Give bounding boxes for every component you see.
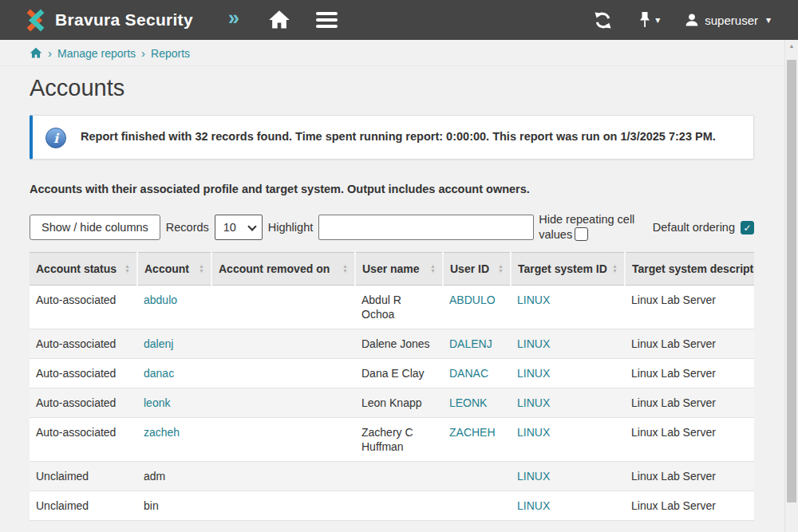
cell-target-system-description: Linux Lab Server [625,491,754,521]
cell-account-removed-on [211,418,355,462]
account-link[interactable]: leonk [144,396,170,409]
refresh-icon[interactable] [594,11,612,30]
breadcrumb: › Manage reports › Reports [0,40,798,66]
hide-repeating-checkbox[interactable] [575,227,588,241]
cell-user-id [443,491,511,521]
table-row: Auto-associatedzachehZachery C HuffmanZA… [30,418,754,462]
cell-account: danac [137,359,211,388]
cell-user-name: Abdul R Ochoa [355,286,443,329]
default-ordering-label: Default ordering [653,221,735,234]
account-link[interactable]: abdulo [144,294,177,306]
column-label: Target system ID [518,262,607,275]
scrollbar-thumb[interactable] [787,60,796,502]
user-id-link[interactable]: LEONK [449,396,487,409]
cell-account: bin [137,491,211,521]
sort-icon: ▲▼ [612,264,618,274]
pushpin-icon [638,11,652,29]
highlight-input[interactable] [318,215,534,240]
column-header-user-name[interactable]: User name▲▼ [355,253,443,286]
cell-user-id: ZACHEH [443,418,511,462]
breadcrumb-reports[interactable]: Reports [151,47,190,60]
cell-account-removed-on [211,388,355,418]
double-chevron-right-icon[interactable]: » [228,8,239,32]
user-id-link[interactable]: DANAC [449,367,488,380]
account-link[interactable]: danac [144,367,174,380]
menu-icon[interactable] [316,12,338,28]
target-system-id-link[interactable]: LINUX [517,499,550,512]
records-label: Records [166,221,209,234]
cell-target-system-id: LINUX [511,388,625,418]
chevron-down-icon: ▾ [655,14,660,26]
target-system-id-link[interactable]: LINUX [517,396,550,409]
cell-target-system-description: Linux Lab Server [625,388,754,418]
column-header-account-removed-on[interactable]: Account removed on▲▼ [211,253,355,286]
cell-account-removed-on [211,462,355,491]
pin-menu[interactable]: ▾ [638,11,660,29]
chevron-down-icon: ▾ [766,14,771,26]
table-row: UnclaimedadmLINUXLinux Lab Server [30,462,754,491]
default-ordering-checkbox[interactable]: ✓ [741,221,754,234]
cell-target-system-description: Linux Lab Server [625,418,754,462]
column-label: Account removed on [219,262,330,275]
cell-account: adm [137,462,211,491]
breadcrumb-manage-reports[interactable]: Manage reports [57,47,136,60]
top-navbar: Bravura Security » ▾ superuser [0,0,798,40]
cell-account-removed-on [211,491,355,521]
user-id-link[interactable]: DALENJ [449,337,492,350]
breadcrumb-home-icon[interactable] [30,47,42,59]
scroll-up-arrow[interactable]: ▲ [785,40,798,52]
column-label: Target system description [632,262,754,275]
sort-icon: ▲▼ [199,264,204,274]
column-header-user-id[interactable]: User ID▲▼ [443,253,511,286]
cell-account-removed-on [211,359,355,388]
target-system-id-link[interactable]: LINUX [517,294,550,306]
breadcrumb-separator: › [48,46,52,60]
user-id-link[interactable]: ABDULO [449,294,496,306]
table-row: Auto-associatedleonkLeon KnappLEONKLINUX… [30,388,754,418]
column-header-target-system-description[interactable]: Target system description▲▼ [625,253,754,286]
report-description: Accounts with their associated profile a… [30,183,754,195]
brand-name: Bravura Security [55,10,193,30]
table-controls: Show / hide columns Records 10 Highlight… [30,212,754,242]
records-per-page-select[interactable]: 10 [215,215,263,240]
column-header-account-status[interactable]: Account status▲▼ [30,253,137,286]
cell-account-removed-on [211,286,355,329]
cell-user-id: DALENJ [443,329,511,359]
cell-account-status: Unclaimed [30,491,137,521]
cell-user-name [355,491,443,521]
cell-account-status: Auto-associated [30,359,137,388]
info-icon: i [45,128,66,148]
target-system-id-link[interactable]: LINUX [517,367,550,380]
highlight-label: Highlight [268,221,313,234]
user-menu[interactable]: superuser ▾ [684,12,771,28]
cell-user-id [443,462,511,491]
target-system-id-link[interactable]: LINUX [517,470,550,483]
show-hide-columns-button[interactable]: Show / hide columns [30,215,160,240]
user-id-link[interactable]: ZACHEH [449,426,496,439]
page-title: Accounts [30,75,754,101]
cell-target-system-description: Linux Lab Server [625,359,754,388]
cell-user-name: Dana E Clay [355,359,443,388]
column-header-account[interactable]: Account▲▼ [137,253,211,286]
cell-target-system-description: Linux Lab Server [625,286,754,329]
brand-logo[interactable]: Bravura Security [22,7,193,33]
account-link[interactable]: dalenj [144,337,173,350]
cell-account: abdulo [137,286,211,329]
cell-account: dalenj [137,329,211,359]
breadcrumb-separator: › [141,46,145,60]
vertical-scrollbar[interactable]: ▲ [784,40,798,532]
account-link[interactable]: zacheh [144,426,180,439]
home-icon[interactable] [268,10,290,30]
report-status-alert: i Report finished with 32 records found.… [30,115,754,160]
cell-target-system-id: LINUX [511,418,625,462]
table-row: UnclaimedbinLINUXLinux Lab Server [30,491,754,521]
column-label: User name [362,262,420,275]
hide-repeating-values-option: Hide repeating cell values [539,212,652,242]
target-system-id-link[interactable]: LINUX [517,337,550,350]
target-system-id-link[interactable]: LINUX [517,426,550,439]
column-header-target-system-id[interactable]: Target system ID▲▼ [511,253,625,286]
cell-account-status: Unclaimed [30,462,137,491]
cell-user-name: Zachery C Huffman [355,418,443,462]
cell-user-name: Leon Knapp [355,388,443,418]
sort-icon: ▲▼ [498,264,504,274]
